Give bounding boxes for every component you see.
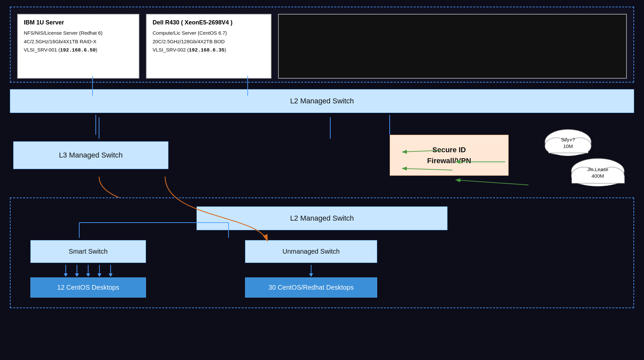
svg-text:400M: 400M xyxy=(591,173,604,179)
unmanaged-switch-column: Unmanaged Switch 30 CentOS/Redhat Deskto… xyxy=(245,240,377,298)
svg-text:10M: 10M xyxy=(563,143,573,149)
l2-switch-bottom: L2 Managed Switch xyxy=(197,206,447,230)
middle-row: L3 Managed Switch Secure ID Firewall/VPN… xyxy=(10,122,634,188)
top-server-section: IBM 1U Server NFS/NIS/License Server (Re… xyxy=(10,7,634,83)
l2-switch-top: L2 Managed Switch xyxy=(10,89,634,113)
ibm-line3-pre: VLSI_SRV-001 ( xyxy=(24,47,60,53)
dell-server-box: Dell R430 ( XeonE5-2698V4 ) Compute/Lic … xyxy=(146,14,271,79)
bottom-section: L2 Managed Switch Smart Switch 12 CentOS… xyxy=(10,198,634,308)
bottom-switches-row: Smart Switch 12 CentOS Desktops Unmanage… xyxy=(20,240,624,298)
ibm-ip: 192.168.6.50 xyxy=(60,48,96,53)
diagram-area: IBM 1U Server NFS/NIS/License Server (Re… xyxy=(0,0,644,360)
dell-line2: 20C/2.5GHz/128Gb/4X2TB BOD xyxy=(153,39,225,44)
smart-switch-box: Smart Switch xyxy=(30,240,146,263)
cloud-svg: Sify+? 10M Jio Lease 400M xyxy=(535,122,634,188)
unmanaged-switch-box: Unmanaged Switch xyxy=(245,240,377,263)
smart-switch-arrows xyxy=(64,265,113,277)
svg-text:Jio Lease: Jio Lease xyxy=(587,166,608,172)
ibm-server-details: NFS/NIS/License Server (Redhat 6) 4C/2.5… xyxy=(24,29,133,55)
dell-server-details: Compute/Lic Server (CentOS 6.7) 20C/2.5G… xyxy=(153,29,265,55)
dell-server-title: Dell R430 ( XeonE5-2698V4 ) xyxy=(153,19,265,26)
dark-server-box xyxy=(278,14,627,79)
dell-line3-post: ) xyxy=(225,47,226,53)
ibm-line1: NFS/NIS/License Server (Redhat 6) xyxy=(24,30,102,36)
dell-ip: 192.168.6.35 xyxy=(189,48,225,53)
unmanaged-switch-arrows xyxy=(309,265,313,277)
firewall-line1: Secure ID xyxy=(432,146,466,154)
l3-switch: L3 Managed Switch xyxy=(13,141,168,169)
dell-line3-pre: VLSI_SRV-002 ( xyxy=(153,47,189,53)
ibm-line2: 4C/2.5GHz/16Gb/4X1TB RAID-X xyxy=(24,39,96,44)
dell-line1: Compute/Lic Server (CentOS 6.7) xyxy=(153,30,227,36)
firewall-box: Secure ID Firewall/VPN xyxy=(390,135,509,176)
ibm-line3-post: ) xyxy=(96,47,97,53)
smart-switch-column: Smart Switch 12 CentOS Desktops xyxy=(30,240,146,298)
centos-30-box: 30 CentOS/Redhat Desktops xyxy=(245,277,377,298)
ibm-server-title: IBM 1U Server xyxy=(24,19,133,26)
svg-text:Sify+?: Sify+? xyxy=(561,137,575,142)
ibm-server-box: IBM 1U Server NFS/NIS/License Server (Re… xyxy=(17,14,139,79)
centos-12-box: 12 CentOS Desktops xyxy=(30,277,146,298)
firewall-line2: Firewall/VPN xyxy=(427,157,471,165)
clouds-area: Sify+? 10M Jio Lease 400M xyxy=(535,122,634,188)
